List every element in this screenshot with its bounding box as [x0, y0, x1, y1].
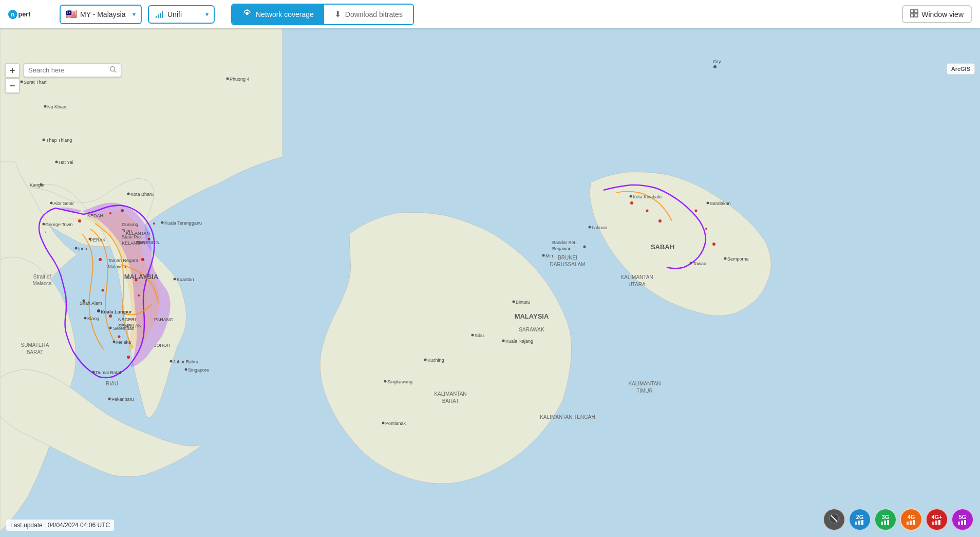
svg-rect-156	[964, 520, 966, 525]
svg-point-99	[583, 246, 586, 248]
svg-point-67	[75, 247, 78, 250]
svg-point-134	[713, 65, 717, 68]
svg-point-73	[174, 278, 176, 281]
svg-rect-12	[915, 14, 918, 17]
svg-rect-152	[935, 521, 937, 525]
svg-text:RIAU: RIAU	[106, 381, 118, 386]
svg-point-138	[110, 67, 115, 71]
country-flag: 🇲🇾	[66, 9, 77, 20]
svg-rect-147	[887, 520, 889, 525]
svg-point-87	[185, 368, 187, 371]
svg-point-31	[695, 210, 698, 212]
svg-text:BARAT: BARAT	[442, 398, 459, 404]
svg-point-25	[153, 223, 155, 225]
zoom-out-button[interactable]: −	[5, 79, 20, 93]
window-view-icon	[910, 9, 918, 19]
svg-text:City: City	[713, 59, 721, 64]
svg-rect-143	[858, 521, 860, 525]
legend-5g[interactable]: 5G	[951, 508, 974, 531]
svg-point-125	[43, 139, 45, 141]
legend-3g-label: 3G	[882, 514, 890, 520]
svg-point-22	[138, 294, 140, 297]
svg-point-23	[141, 258, 144, 261]
svg-text:KALIMANTAN: KALIMANTAN	[628, 381, 661, 386]
svg-text:BARAT: BARAT	[27, 349, 44, 355]
legend-5g-label: 5G	[959, 514, 967, 520]
last-update: Last update : 04/04/2024 04:06 UTC	[6, 520, 114, 531]
arcgis-label: ArcGIS	[951, 66, 970, 72]
svg-text:MALAYSIA: MALAYSIA	[124, 273, 159, 281]
svg-point-65	[43, 223, 45, 226]
legend-3g[interactable]: 3G	[874, 508, 897, 531]
svg-point-69	[127, 193, 130, 195]
svg-text:PAHANG: PAHANG	[154, 317, 173, 322]
svg-text:Klang: Klang	[87, 316, 99, 321]
svg-text:SARAWAK: SARAWAK	[519, 327, 544, 332]
map-container[interactable]: MALAYSIA MALAYSIA SARAWAK KALIMANTAN UTA…	[0, 28, 980, 537]
svg-point-95	[724, 257, 727, 260]
svg-text:Na Khian: Na Khian	[47, 104, 66, 109]
svg-text:Strait of: Strait of	[33, 274, 51, 280]
svg-point-17	[102, 289, 104, 292]
legend-no-data[interactable]	[823, 508, 845, 531]
svg-text:Sandakan: Sandakan	[710, 201, 731, 206]
app-header: n perf 🇲🇾 MY - Malaysia ▾ Unifi ▾ Networ…	[0, 0, 980, 28]
svg-rect-10	[915, 10, 918, 13]
svg-text:Labuan: Labuan	[592, 225, 607, 230]
svg-text:Shah Alam: Shah Alam	[80, 301, 102, 306]
svg-point-104	[472, 334, 474, 337]
svg-rect-4	[158, 14, 159, 18]
svg-text:Pontianak: Pontianak	[385, 421, 406, 426]
svg-line-139	[115, 71, 117, 73]
svg-point-79	[84, 317, 87, 320]
svg-text:Semporna: Semporna	[727, 256, 749, 262]
svg-point-127	[44, 105, 47, 108]
map-controls: + −	[5, 63, 20, 93]
svg-point-89	[589, 226, 591, 229]
svg-text:Tong: Tong	[122, 228, 132, 233]
svg-rect-6	[162, 11, 163, 18]
svg-text:Gunung: Gunung	[122, 222, 138, 227]
zoom-in-button[interactable]: +	[5, 63, 20, 78]
svg-text:BRUNEI: BRUNEI	[558, 255, 577, 261]
svg-text:PERAK: PERAK	[90, 237, 106, 243]
svg-text:Ipoh: Ipoh	[78, 246, 87, 251]
svg-rect-144	[861, 520, 863, 525]
provider-icon	[154, 9, 164, 20]
last-update-text: Last update : 04/04/2024 04:06 UTC	[10, 522, 110, 529]
svg-rect-9	[911, 10, 914, 13]
svg-point-116	[227, 78, 229, 80]
svg-point-114	[21, 81, 23, 83]
download-bitrates-icon: ⬇	[334, 9, 341, 19]
tab-download-bitrates[interactable]: ⬇ Download bitrates	[324, 5, 413, 24]
svg-text:Sibu: Sibu	[475, 333, 484, 338]
svg-text:Kuching: Kuching	[427, 358, 444, 363]
legend-4g-label: 4G	[908, 514, 915, 520]
svg-text:Taman Negara: Taman Negara	[108, 258, 138, 263]
svg-rect-149	[910, 521, 912, 525]
svg-point-18	[109, 314, 112, 318]
svg-text:Tawau: Tawau	[693, 261, 706, 266]
legend-4g[interactable]: 4G	[900, 508, 922, 531]
svg-text:Pekanbaru: Pekanbaru	[111, 397, 134, 402]
svg-text:Surat Thani: Surat Thani	[24, 80, 47, 85]
svg-point-77	[97, 309, 100, 312]
svg-rect-145	[881, 522, 883, 525]
country-selector[interactable]: 🇲🇾 MY - Malaysia ▾	[60, 5, 142, 24]
legend-2g[interactable]: 2G	[849, 508, 871, 531]
search-icon[interactable]	[109, 66, 117, 75]
window-view-button[interactable]: Window view	[902, 5, 972, 23]
svg-rect-11	[911, 14, 914, 17]
tab-network-coverage[interactable]: Network coverage	[232, 5, 324, 24]
svg-text:n: n	[11, 11, 14, 17]
svg-text:Kuala Terengganu: Kuala Terengganu	[164, 220, 202, 226]
svg-text:Thap Thiang: Thap Thiang	[46, 138, 72, 143]
legend-4g-plus[interactable]: 4G+	[926, 508, 948, 531]
svg-rect-150	[913, 520, 915, 525]
provider-selector[interactable]: Unifi ▾	[148, 5, 215, 24]
svg-text:KALIMANTAN: KALIMANTAN	[620, 274, 653, 280]
svg-rect-155	[961, 521, 963, 525]
svg-rect-5	[160, 13, 161, 18]
svg-text:SUMATERA: SUMATERA	[21, 342, 49, 348]
search-input[interactable]	[28, 66, 109, 74]
